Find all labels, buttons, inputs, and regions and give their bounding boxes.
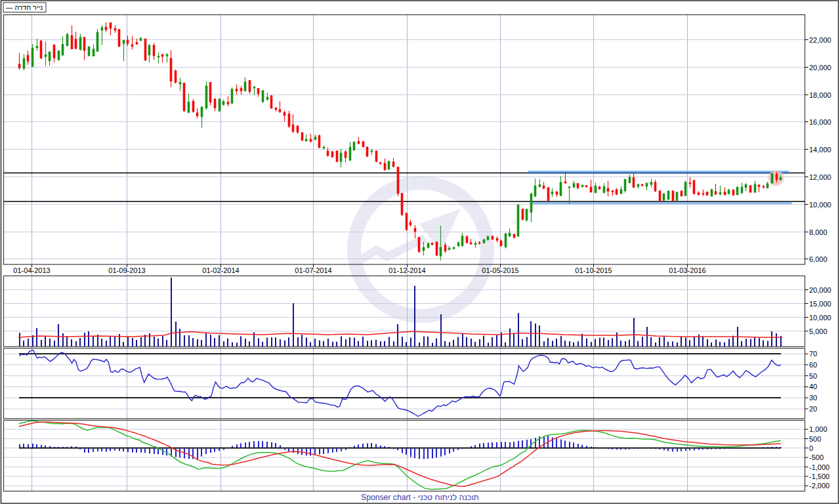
svg-text:15,000: 15,000 <box>809 300 831 308</box>
svg-text:20,000: 20,000 <box>809 286 831 294</box>
svg-text:01-07-2014: 01-07-2014 <box>295 266 331 274</box>
svg-text:01-09-2013: 01-09-2013 <box>108 266 145 274</box>
svg-text:70: 70 <box>809 350 817 358</box>
svg-text:50: 50 <box>809 372 817 380</box>
svg-text:5,000: 5,000 <box>809 327 828 335</box>
svg-text:Sponser chart - תוכנה לניתוח ט: Sponser chart - תוכנה לניתוח טכני <box>361 493 479 502</box>
svg-text:6,000: 6,000 <box>809 255 828 263</box>
svg-text:-1,500: -1,500 <box>809 472 830 480</box>
svg-text:01-02-2014: 01-02-2014 <box>202 266 239 274</box>
svg-text:500: 500 <box>809 435 821 443</box>
svg-text:1,000: 1,000 <box>809 425 828 433</box>
svg-text:-500: -500 <box>809 453 824 461</box>
svg-text:14,000: 14,000 <box>809 146 831 154</box>
svg-text:10,000: 10,000 <box>809 314 831 322</box>
svg-text:0: 0 <box>809 444 813 452</box>
svg-text:18,000: 18,000 <box>809 91 831 99</box>
svg-text:60: 60 <box>809 361 817 369</box>
svg-text:-1,000: -1,000 <box>809 463 830 471</box>
svg-text:— נייר חדרה: — נייר חדרה <box>6 3 43 11</box>
svg-text:20,000: 20,000 <box>809 64 831 72</box>
svg-text:40: 40 <box>809 383 817 390</box>
svg-text:01-03-2016: 01-03-2016 <box>669 266 705 274</box>
svg-text:22,000: 22,000 <box>809 36 831 44</box>
svg-text:10,000: 10,000 <box>809 201 831 209</box>
svg-text:01-04-2013: 01-04-2013 <box>13 266 50 274</box>
svg-text:8,000: 8,000 <box>809 228 828 236</box>
svg-text:01-10-2015: 01-10-2015 <box>575 266 612 274</box>
svg-text:01-12-2014: 01-12-2014 <box>388 266 425 274</box>
svg-text:20: 20 <box>809 405 817 413</box>
svg-text:30: 30 <box>809 394 817 402</box>
svg-text:16,000: 16,000 <box>809 118 831 126</box>
svg-text:-2,000: -2,000 <box>809 482 830 490</box>
svg-text:01-05-2015: 01-05-2015 <box>482 266 518 274</box>
svg-text:12,000: 12,000 <box>809 173 831 181</box>
